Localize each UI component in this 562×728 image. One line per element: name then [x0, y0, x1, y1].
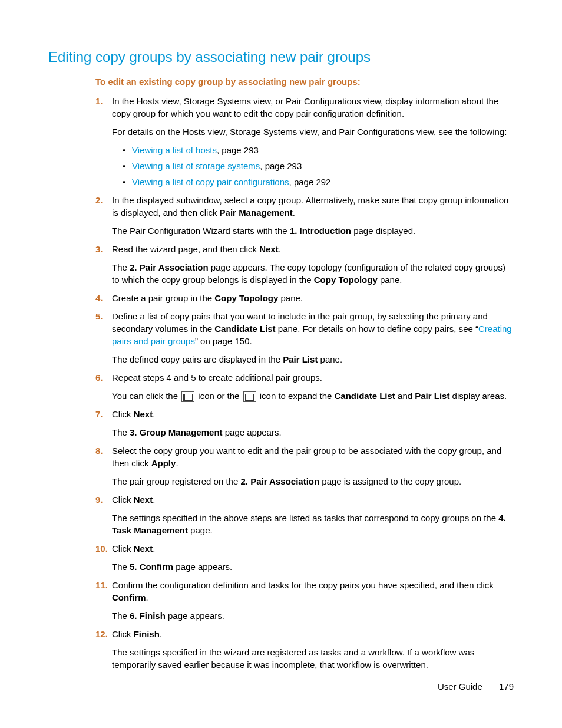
- link-hosts[interactable]: Viewing a list of hosts: [132, 145, 217, 155]
- step-3-p2: The 2. Pair Association page appears. Th…: [112, 261, 514, 286]
- step-2: In the displayed subwindow, select a cop…: [95, 194, 514, 237]
- step-7-p1: Click Next.: [112, 408, 514, 420]
- link-storage[interactable]: Viewing a list of storage systems: [132, 161, 260, 171]
- step-10-p2: The 5. Confirm page appears.: [112, 561, 514, 573]
- steps-list: In the Hosts view, Storage Systems view,…: [95, 95, 514, 671]
- step-1-p2: For details on the Hosts view, Storage S…: [112, 126, 514, 138]
- step-2-p2: The Pair Configuration Wizard starts wit…: [112, 225, 514, 237]
- step-6-p1: Repeat steps 4 and 5 to create additiona…: [112, 371, 514, 384]
- page-title: Editing copy groups by associating new p…: [48, 47, 514, 67]
- link-item-hosts: Viewing a list of hosts, page 293: [123, 144, 514, 156]
- link-item-storage: Viewing a list of storage systems, page …: [123, 160, 514, 172]
- step-8-p1: Select the copy group you want to edit a…: [112, 444, 514, 469]
- step-5: Define a list of copy pairs that you wan…: [95, 310, 514, 365]
- step-5-p2: The defined copy pairs are displayed in …: [112, 353, 514, 365]
- step-4-p1: Create a pair group in the Copy Topology…: [112, 292, 514, 304]
- step-12-p1: Click Finish.: [112, 628, 514, 640]
- step-10: Click Next. The 5. Confirm page appears.: [95, 542, 514, 573]
- step-6: Repeat steps 4 and 5 to create additiona…: [95, 371, 514, 402]
- step-11: Confirm the configuration definition and…: [95, 579, 514, 622]
- step-10-p1: Click Next.: [112, 542, 514, 555]
- step-9-p2: The settings specified in the above step…: [112, 512, 514, 536]
- step-7: Click Next. The 3. Group Management page…: [95, 408, 514, 439]
- step-12-p2: The settings specified in the wizard are…: [112, 646, 514, 671]
- expand-right-icon: [243, 391, 256, 402]
- link-configs-suffix: , page 292: [289, 177, 331, 187]
- step-8: Select the copy group you want to edit a…: [95, 444, 514, 487]
- footer-page-number: 179: [499, 681, 514, 691]
- page-footer: User Guide 179: [438, 680, 514, 693]
- step-3: Read the wizard page, and then click Nex…: [95, 243, 514, 286]
- step-11-p1: Confirm the configuration definition and…: [112, 579, 514, 604]
- step-8-p2: The pair group registered on the 2. Pair…: [112, 475, 514, 487]
- link-storage-suffix: , page 293: [260, 161, 302, 171]
- step-1-p1: In the Hosts view, Storage Systems view,…: [112, 95, 514, 120]
- link-configs[interactable]: Viewing a list of copy pair configuratio…: [132, 177, 289, 187]
- step-6-p2: You can click the icon or the icon to ex…: [112, 390, 514, 402]
- footer-label: User Guide: [438, 681, 482, 691]
- step-11-p2: The 6. Finish page appears.: [112, 610, 514, 622]
- step-2-p1: In the displayed subwindow, select a cop…: [112, 194, 514, 219]
- link-hosts-suffix: , page 293: [217, 145, 259, 155]
- step-5-p1: Define a list of copy pairs that you wan…: [112, 310, 514, 347]
- step-12: Click Finish. The settings specified in …: [95, 628, 514, 671]
- document-page: Editing copy groups by associating new p…: [0, 0, 562, 728]
- step-9: Click Next. The settings specified in th…: [95, 493, 514, 536]
- expand-left-icon: [181, 391, 194, 402]
- step-3-p1: Read the wizard page, and then click Nex…: [112, 243, 514, 255]
- intro-text: To edit an existing copy group by associ…: [95, 75, 514, 88]
- step-9-p1: Click Next.: [112, 493, 514, 506]
- step-1-links: Viewing a list of hosts, page 293 Viewin…: [123, 144, 514, 188]
- link-item-configs: Viewing a list of copy pair configuratio…: [123, 176, 514, 188]
- step-1: In the Hosts view, Storage Systems view,…: [95, 95, 514, 188]
- step-7-p2: The 3. Group Management page appears.: [112, 426, 514, 439]
- step-4: Create a pair group in the Copy Topology…: [95, 292, 514, 304]
